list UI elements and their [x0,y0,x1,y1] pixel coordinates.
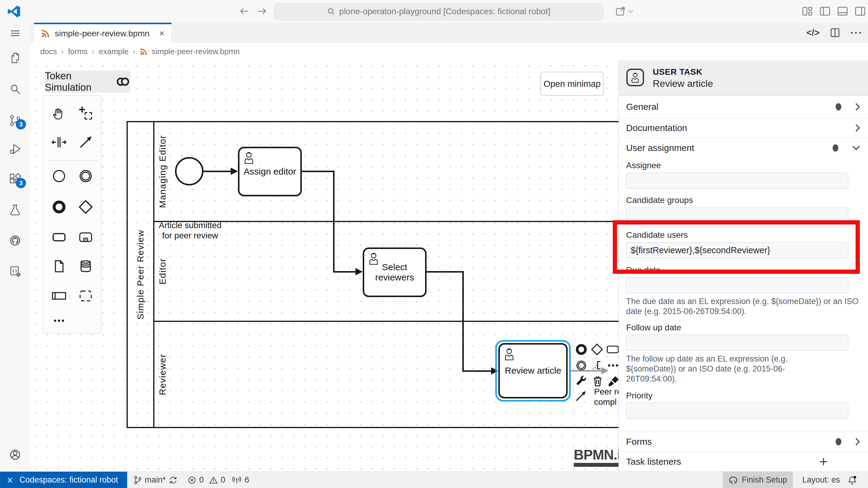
create-data-store-icon[interactable] [78,258,94,274]
create-end-event-icon[interactable] [51,199,67,215]
context-pad-more-icon[interactable] [607,359,619,372]
section-documentation[interactable]: Documentation [619,118,868,138]
token-simulation-toggle[interactable]: Token Simulation [45,70,130,93]
nav-back-icon[interactable] [239,7,249,16]
pool-label: Simple Peer Review [135,230,146,320]
section-forms[interactable]: Forms [619,432,868,451]
task-assign-editor[interactable]: Assign editor [238,147,302,196]
source-control-icon[interactable]: 3 [0,112,30,128]
toggle-primary-sidebar-icon[interactable] [819,5,831,17]
add-task-listener-icon[interactable] [819,457,828,466]
lasso-tool-icon[interactable] [78,105,94,121]
bpmn-io-logo[interactable]: BPMN.iO [574,447,619,463]
create-data-object-icon[interactable] [51,258,67,274]
sequence-flow[interactable] [427,271,464,272]
remote-label: Codespaces: fictional robot [20,475,118,485]
command-center-search[interactable]: plone-operaton-playground [Codespaces: f… [274,3,603,20]
section-user-assignment[interactable]: User assignment [619,138,868,158]
search-sidebar-icon[interactable] [0,82,30,97]
lane-managing-editor[interactable]: Managing Editor [156,122,169,221]
create-start-event-icon[interactable] [51,168,67,184]
remote-indicator[interactable]: Codespaces: fictional robot [0,471,127,488]
append-end-event-icon[interactable] [575,343,588,356]
connect-arrow-icon[interactable] [575,389,588,402]
create-participant-icon[interactable] [51,288,67,304]
lane-reviewer[interactable]: Reviewer [156,322,169,427]
error-icon [188,476,196,484]
space-tool-icon[interactable] [51,134,67,150]
follow-up-date-help: The follow up date as an EL expression (… [626,354,823,384]
palette-more-icon[interactable] [51,313,67,329]
lane-label: Reviewer [157,354,168,395]
problems-status[interactable]: 0 0 [188,471,225,488]
open-source-code-icon[interactable]: </> [807,28,819,38]
remote-explorer-icon[interactable] [0,263,30,279]
split-editor-icon[interactable] [830,28,840,38]
assignee-input[interactable] [626,173,848,189]
more-actions-icon[interactable]: ··· [850,27,863,39]
branch-status[interactable]: main* [133,471,178,488]
breadcrumb-item[interactable]: example [99,47,128,56]
breadcrumb-file[interactable]: simple-peer-review.bpmn [152,47,240,56]
sequence-flow[interactable] [462,370,492,372]
menu-hamburger-icon[interactable] [0,25,30,41]
open-remote-window-icon[interactable] [615,6,634,17]
sequence-flow[interactable] [203,171,231,172]
trash-icon[interactable] [591,375,604,388]
section-task-listeners[interactable]: Task listeners [619,451,868,471]
create-intermediate-event-icon[interactable] [78,168,94,184]
create-subprocess-icon[interactable] [78,229,94,245]
run-debug-icon[interactable] [0,141,30,157]
sequence-flow[interactable] [462,271,464,371]
source-control-badge: 3 [16,119,26,129]
sequence-flow[interactable] [302,171,335,172]
branch-label: main* [145,475,165,485]
pool-title-band[interactable]: Simple Peer Review [128,122,154,427]
bpmn-canvas[interactable]: Token Simulation Open minimap [30,61,619,471]
create-task-icon[interactable] [51,229,67,245]
sequence-flow-arrowhead [231,168,238,175]
layout-label: Layout: es [802,475,840,485]
explorer-icon[interactable] [0,50,30,66]
create-gateway-icon[interactable] [78,199,94,215]
append-intermediate-event-icon[interactable] [575,359,588,372]
customize-layout-icon[interactable] [802,5,813,17]
append-gateway-icon[interactable] [590,343,604,356]
tab-close-icon[interactable]: × [159,28,165,39]
finish-setup-button[interactable]: Finish Setup [723,471,793,488]
append-task-icon[interactable] [606,343,619,356]
sequence-flow[interactable] [333,271,356,272]
ports-status[interactable]: 6 [232,471,249,488]
tab-simple-peer-review[interactable]: simple-peer-review.bpmn × [34,23,172,43]
due-date-input[interactable] [626,277,848,293]
create-group-icon[interactable] [78,288,94,304]
hand-tool-icon[interactable] [51,105,67,121]
follow-up-date-input[interactable] [626,335,848,351]
properties-header: USER TASK Review article [619,61,868,95]
section-general[interactable]: General [619,95,868,118]
start-event[interactable] [175,157,204,186]
priority-input[interactable] [626,403,848,419]
wrench-icon[interactable] [575,375,588,388]
toggle-panel-icon[interactable] [837,5,848,17]
toggle-secondary-sidebar-icon[interactable] [855,5,866,17]
append-text-annotation-icon[interactable] [590,359,604,372]
color-brush-icon[interactable] [607,375,619,388]
task-review-article[interactable]: Review article [498,343,568,398]
lane-divider [154,321,619,322]
notifications[interactable] [847,471,858,488]
open-minimap-button[interactable]: Open minimap [540,72,604,96]
global-connect-icon[interactable] [78,134,94,150]
github-icon[interactable] [0,233,30,249]
layout-status[interactable]: Layout: es [802,471,840,488]
sequence-flow[interactable] [333,171,335,272]
account-icon[interactable] [0,447,30,463]
nav-forward-icon[interactable] [257,7,267,16]
bpmn-extension-icon[interactable]: 3 [0,171,30,187]
testing-beaker-icon[interactable] [0,202,30,218]
bpmn-file-icon [140,48,148,56]
breadcrumb-item[interactable]: docs [40,47,57,56]
error-count: 0 [199,475,204,485]
task-select-reviewers[interactable]: Selectreviewers [363,248,427,297]
breadcrumb-item[interactable]: forms [68,47,88,56]
